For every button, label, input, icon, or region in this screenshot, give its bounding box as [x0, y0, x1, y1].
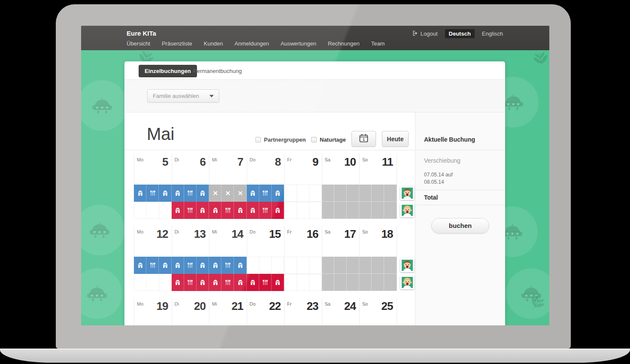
empty-cell[interactable]	[284, 274, 297, 291]
booking-cell-care[interactable]	[209, 257, 221, 274]
empty-cell[interactable]	[159, 202, 172, 219]
empty-cell[interactable]	[297, 185, 309, 202]
booking-cell-care[interactable]	[209, 202, 221, 219]
checkbox-icon[interactable]	[311, 137, 317, 143]
day-number: 11	[382, 155, 393, 169]
weekday-label: Mi	[212, 301, 217, 306]
empty-cell[interactable]	[297, 202, 309, 219]
booking-cell-meal[interactable]	[184, 202, 197, 219]
today-button[interactable]: Heute	[382, 131, 409, 147]
booking-cell-meal[interactable]	[146, 185, 159, 202]
booking-cell-meal[interactable]	[259, 185, 272, 202]
calendar-picker-button[interactable]: 1	[351, 131, 376, 147]
empty-cell[interactable]	[272, 257, 284, 274]
empty-cell[interactable]	[159, 274, 172, 291]
tab-permanentbuchung[interactable]: Permanentbuchung	[193, 68, 242, 74]
booking-cell-care[interactable]	[159, 185, 171, 202]
empty-cell[interactable]	[259, 257, 272, 274]
booking-cell-meal[interactable]	[221, 202, 234, 219]
checkbox-naturtage[interactable]: Naturtage	[311, 136, 346, 143]
booking-cell-blocked[interactable]	[221, 185, 234, 202]
booking-cell-meal[interactable]	[184, 185, 197, 202]
booking-cell-care[interactable]	[172, 185, 184, 202]
checkbox-partnergruppen[interactable]: Partnergruppen	[255, 136, 306, 143]
booking-cell-care[interactable]	[172, 257, 184, 274]
empty-cell[interactable]	[309, 185, 322, 202]
house-icon	[200, 279, 206, 285]
empty-cell[interactable]	[309, 257, 322, 274]
booking-cell-care[interactable]	[197, 257, 209, 274]
nav-item-präsenzliste[interactable]: Präsenzliste	[162, 40, 192, 47]
booking-cell-care[interactable]	[197, 202, 209, 219]
booking-cell-care[interactable]	[159, 257, 171, 274]
nav-item-übersicht[interactable]: Übersicht	[127, 40, 150, 47]
empty-cell[interactable]	[297, 257, 309, 274]
booking-cell-care[interactable]	[197, 274, 209, 291]
family-select[interactable]: Familie auswählen	[147, 89, 219, 103]
nav-item-kunden[interactable]: Kunden	[204, 40, 223, 47]
logout-button[interactable]: Logout	[412, 30, 438, 37]
weekend-cell	[347, 274, 359, 291]
empty-cell[interactable]	[247, 257, 260, 274]
day-cells	[172, 202, 209, 219]
booking-cell-blocked[interactable]	[209, 185, 221, 202]
booking-cell-meal[interactable]	[184, 257, 197, 274]
booking-cell-care[interactable]	[272, 185, 284, 202]
booking-cell-care[interactable]	[134, 185, 146, 202]
booking-cell-meal[interactable]	[259, 274, 272, 291]
empty-cell[interactable]	[284, 257, 297, 274]
booking-cell-care[interactable]	[272, 202, 284, 219]
day-cells	[172, 185, 209, 202]
booking-cell-meal[interactable]	[259, 202, 272, 219]
empty-cell[interactable]	[297, 274, 309, 291]
booking-cell-care[interactable]	[172, 202, 184, 219]
nav-item-anmeldungen[interactable]: Anmeldungen	[235, 40, 269, 47]
empty-cell[interactable]	[147, 202, 159, 219]
booking-cell-care[interactable]	[134, 257, 146, 274]
booking-cell-meal[interactable]	[221, 274, 234, 291]
booking-cell-care[interactable]	[247, 202, 259, 219]
verschiebung-label: Verschiebung	[424, 157, 497, 164]
checkbox-icon[interactable]	[255, 137, 261, 143]
nav-item-rechnungen[interactable]: Rechnungen	[328, 40, 360, 47]
booking-cell-care[interactable]	[247, 185, 259, 202]
booking-cell-care[interactable]	[209, 274, 221, 291]
booking-cell-meal[interactable]	[221, 257, 234, 274]
empty-cell[interactable]	[309, 274, 322, 291]
booking-cell-care[interactable]	[234, 274, 246, 291]
top-navbar: Eure KITa ÜbersichtPräsenzlisteKundenAnm…	[81, 26, 549, 50]
nav-item-auswertungen[interactable]: Auswertungen	[281, 40, 316, 47]
checkbox-label: Naturtage	[320, 136, 346, 143]
booking-cell-care[interactable]	[172, 274, 184, 291]
booking-cell-care[interactable]	[234, 257, 246, 274]
toy-car-icon	[87, 220, 112, 240]
weekend-cell	[322, 202, 334, 219]
empty-cell[interactable]	[309, 202, 322, 219]
pattern-circle	[81, 80, 127, 131]
weekend-cell	[372, 185, 384, 202]
house-icon	[212, 207, 218, 213]
tab-einzelbuchungen[interactable]: Einzelbuchungen	[139, 65, 197, 77]
language-english[interactable]: Englisch	[482, 30, 503, 37]
empty-cell[interactable]	[134, 202, 147, 219]
cutlery-icon	[187, 190, 193, 196]
x-icon	[238, 191, 243, 196]
day-header: So11	[359, 154, 397, 185]
booking-cell-care[interactable]	[197, 185, 209, 202]
day-header: Fr9	[284, 154, 322, 185]
booking-cell-care[interactable]	[272, 274, 284, 291]
book-button[interactable]: buchen	[431, 218, 489, 234]
booking-cell-meal[interactable]	[184, 274, 197, 291]
booking-cell-care[interactable]	[234, 202, 246, 219]
booking-cell-blocked[interactable]	[234, 185, 246, 202]
empty-cell[interactable]	[147, 274, 159, 291]
booking-cell-care[interactable]	[247, 274, 259, 291]
empty-cell[interactable]	[284, 202, 297, 219]
empty-cell[interactable]	[134, 274, 147, 291]
house-icon	[175, 207, 181, 213]
empty-cell[interactable]	[284, 185, 297, 202]
day-header: Do15	[247, 226, 285, 257]
booking-cell-meal[interactable]	[146, 257, 159, 274]
nav-item-team[interactable]: Team	[371, 40, 385, 47]
language-german[interactable]: Deutsch	[445, 29, 475, 38]
